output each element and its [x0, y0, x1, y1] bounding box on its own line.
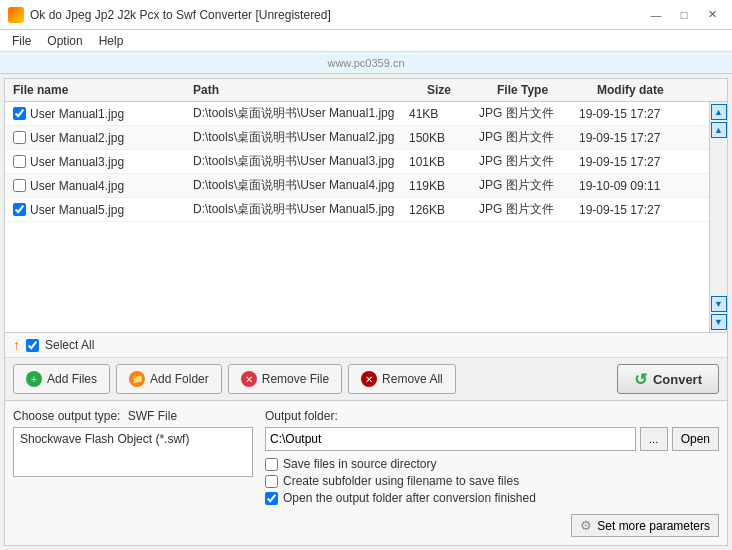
output-checkbox-2[interactable] — [265, 492, 278, 505]
maximize-button[interactable]: □ — [670, 4, 698, 26]
checkboxes-container: Save files in source directory Create su… — [265, 457, 719, 505]
set-more-params-button[interactable]: ⚙ Set more parameters — [571, 514, 719, 537]
file-table-container: File name Path Size File Type Modify dat… — [5, 79, 727, 332]
scroll-bottom-button[interactable]: ▼ — [711, 314, 727, 330]
file-type-3: JPG 图片文件 — [475, 176, 575, 195]
output-folder-input[interactable] — [265, 427, 636, 451]
file-path-3: D:\tools\桌面说明书\User Manual4.jpg — [189, 176, 405, 195]
scroll-up-button[interactable]: ▲ — [711, 122, 727, 138]
col-header-filetype: File Type — [493, 82, 593, 98]
table-row: User Manual3.jpg D:\tools\桌面说明书\User Man… — [5, 150, 709, 174]
output-folder-label: Output folder: — [265, 409, 719, 423]
convert-label: Convert — [653, 372, 702, 387]
file-size-4: 126KB — [405, 202, 475, 218]
menu-file[interactable]: File — [4, 32, 39, 50]
file-row-name: User Manual1.jpg — [9, 106, 189, 122]
file-name-0: User Manual1.jpg — [30, 107, 124, 121]
file-date-2: 19-09-15 17:27 — [575, 154, 705, 170]
table-row: User Manual4.jpg D:\tools\桌面说明书\User Man… — [5, 174, 709, 198]
add-files-button[interactable]: + Add Files — [13, 364, 110, 394]
output-folder-row: ... Open — [265, 427, 719, 451]
add-files-label: Add Files — [47, 372, 97, 386]
scroll-down-button[interactable]: ▼ — [711, 296, 727, 312]
output-checkbox-label-2: Open the output folder after conversion … — [283, 491, 536, 505]
convert-button[interactable]: ↺ Convert — [617, 364, 719, 394]
file-size-0: 41KB — [405, 106, 475, 122]
output-type-label: Choose output type: SWF File — [13, 409, 253, 423]
file-path-0: D:\tools\桌面说明书\User Manual1.jpg — [189, 104, 405, 123]
file-date-4: 19-09-15 17:27 — [575, 202, 705, 218]
select-all-bar: ↑ Select All — [5, 332, 727, 357]
remove-all-button[interactable]: ✕ Remove All — [348, 364, 456, 394]
file-size-2: 101KB — [405, 154, 475, 170]
output-section: Choose output type: SWF File Shockwave F… — [5, 400, 727, 545]
add-folder-icon: 📁 — [129, 371, 145, 387]
file-row-name: User Manual3.jpg — [9, 154, 189, 170]
file-name-4: User Manual5.jpg — [30, 203, 124, 217]
output-checkbox-0[interactable] — [265, 458, 278, 471]
row-checkbox-3[interactable] — [13, 179, 26, 192]
convert-icon: ↺ — [634, 370, 647, 389]
add-folder-button[interactable]: 📁 Add Folder — [116, 364, 222, 394]
output-checkbox-1[interactable] — [265, 475, 278, 488]
file-type-4: JPG 图片文件 — [475, 200, 575, 219]
file-date-3: 19-10-09 09:11 — [575, 178, 705, 194]
remove-all-label: Remove All — [382, 372, 443, 386]
gear-icon: ⚙ — [580, 518, 592, 533]
checkbox-row-1: Create subfolder using filename to save … — [265, 474, 719, 488]
output-checkbox-label-1: Create subfolder using filename to save … — [283, 474, 519, 488]
title-bar: Ok do Jpeg Jp2 J2k Pcx to Swf Converter … — [0, 0, 732, 30]
window-title: Ok do Jpeg Jp2 J2k Pcx to Swf Converter … — [30, 8, 331, 22]
buttons-bar: + Add Files 📁 Add Folder ✕ Remove File ✕… — [5, 357, 727, 400]
file-row-name: User Manual4.jpg — [9, 178, 189, 194]
app-icon — [8, 7, 24, 23]
file-name-3: User Manual4.jpg — [30, 179, 124, 193]
table-row: User Manual5.jpg D:\tools\桌面说明书\User Man… — [5, 198, 709, 222]
table-row: User Manual2.jpg D:\tools\桌面说明书\User Man… — [5, 126, 709, 150]
menu-help[interactable]: Help — [91, 32, 132, 50]
watermark-text: www.pc0359.cn — [327, 57, 404, 69]
file-type-1: JPG 图片文件 — [475, 128, 575, 147]
remove-file-label: Remove File — [262, 372, 329, 386]
col-header-modifydate: Modify date — [593, 82, 723, 98]
watermark-banner: www.pc0359.cn — [0, 52, 732, 74]
file-path-2: D:\tools\桌面说明书\User Manual3.jpg — [189, 152, 405, 171]
open-folder-button[interactable]: Open — [672, 427, 719, 451]
table-row: User Manual1.jpg D:\tools\桌面说明书\User Man… — [5, 102, 709, 126]
row-checkbox-2[interactable] — [13, 155, 26, 168]
remove-file-button[interactable]: ✕ Remove File — [228, 364, 342, 394]
file-size-3: 119KB — [405, 178, 475, 194]
output-type-content: Shockwave Flash Object (*.swf) — [20, 432, 189, 446]
file-date-0: 19-09-15 17:27 — [575, 106, 705, 122]
output-checkbox-label-0: Save files in source directory — [283, 457, 436, 471]
file-path-4: D:\tools\桌面说明书\User Manual5.jpg — [189, 200, 405, 219]
menu-bar: File Option Help — [0, 30, 732, 52]
file-type-2: JPG 图片文件 — [475, 152, 575, 171]
row-checkbox-0[interactable] — [13, 107, 26, 120]
browse-button[interactable]: ... — [640, 427, 668, 451]
table-wrapper: User Manual1.jpg D:\tools\桌面说明书\User Man… — [5, 102, 727, 332]
menu-option[interactable]: Option — [39, 32, 90, 50]
file-date-1: 19-09-15 17:27 — [575, 130, 705, 146]
minimize-button[interactable]: — — [642, 4, 670, 26]
file-row-name: User Manual2.jpg — [9, 130, 189, 146]
file-path-1: D:\tools\桌面说明书\User Manual2.jpg — [189, 128, 405, 147]
checkbox-row-0: Save files in source directory — [265, 457, 719, 471]
file-type-0: JPG 图片文件 — [475, 104, 575, 123]
main-content: File name Path Size File Type Modify dat… — [4, 78, 728, 546]
close-button[interactable]: ✕ — [698, 4, 726, 26]
add-files-icon: + — [26, 371, 42, 387]
file-table-body: User Manual1.jpg D:\tools\桌面说明书\User Man… — [5, 102, 709, 332]
col-header-filename: File name — [9, 82, 189, 98]
file-row-name: User Manual5.jpg — [9, 202, 189, 218]
scroll-top-button[interactable]: ▲ — [711, 104, 727, 120]
row-checkbox-4[interactable] — [13, 203, 26, 216]
file-size-1: 150KB — [405, 130, 475, 146]
row-checkbox-1[interactable] — [13, 131, 26, 144]
select-all-checkbox[interactable] — [26, 339, 39, 352]
select-all-label: Select All — [45, 338, 94, 352]
output-type-box: Shockwave Flash Object (*.swf) — [13, 427, 253, 477]
col-header-size: Size — [423, 82, 493, 98]
output-left-panel: Choose output type: SWF File Shockwave F… — [13, 409, 253, 537]
file-name-2: User Manual3.jpg — [30, 155, 124, 169]
